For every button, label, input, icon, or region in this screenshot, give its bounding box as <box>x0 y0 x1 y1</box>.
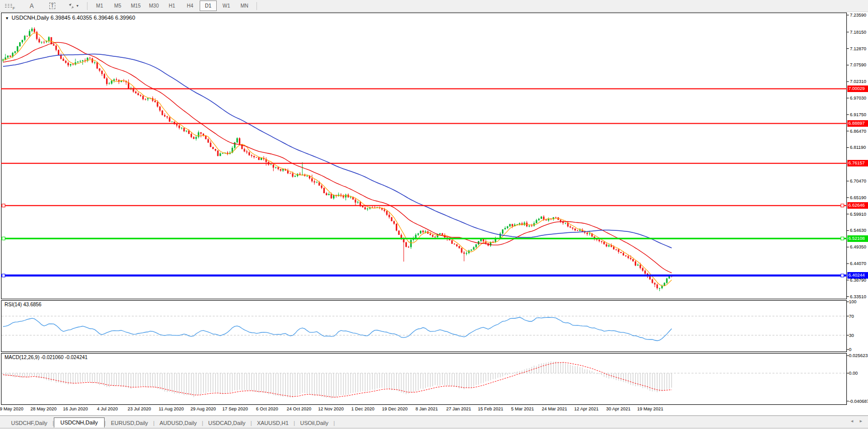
macd-tick-label: -0.040687 <box>849 399 868 404</box>
price-tick-label: 7.12870 <box>850 46 866 51</box>
chart-tab-bar: USDCHF,Daily|USDCNH,Daily|EURUSD,Daily|A… <box>0 415 868 428</box>
chart-title: ▼USDCNH,Daily 6.39845 6.40355 6.39646 6.… <box>5 15 135 21</box>
tab-scroll-left-arrow[interactable]: ◄ <box>850 419 854 423</box>
text-tool-button[interactable]: T <box>44 1 60 11</box>
price-tick-label: 6.70470 <box>850 179 866 184</box>
close-value: 6.39960 <box>115 15 135 21</box>
open-value: 6.39845 <box>51 15 71 21</box>
date-tick-label: 12 Nov 2020 <box>318 406 343 411</box>
price-tick-label: 7.23590 <box>850 13 866 18</box>
toolbar-separator <box>87 2 88 10</box>
rsi-indicator-label: RSI(14) 43.6856 <box>5 302 41 307</box>
timeframe-button-h1[interactable]: H1 <box>163 1 181 11</box>
text-tool-icon: T <box>49 3 55 9</box>
rsi-tick-label: 30 <box>849 333 854 338</box>
date-tick-label: 29 Aug 2020 <box>191 406 216 411</box>
chart-tab-usdchf[interactable]: USDCHF,Daily <box>6 418 52 428</box>
date-tick-label: 24 Oct 2020 <box>287 406 311 411</box>
chart-tab-usdcnh[interactable]: USDCNH,Daily <box>54 417 105 428</box>
timeframe-button-w1[interactable]: W1 <box>218 1 235 11</box>
date-tick-label: 6 Oct 2020 <box>256 406 278 411</box>
rsi-panel[interactable] <box>1 300 847 352</box>
fibonacci-tool-button[interactable]: F <box>2 1 18 11</box>
date-tick-label: 15 Feb 2021 <box>478 406 503 411</box>
timeframe-button-mn[interactable]: MN <box>236 1 253 11</box>
timeframe-button-h4[interactable]: H4 <box>182 1 199 11</box>
price-tick-label: 6.86470 <box>850 129 866 134</box>
level-price-badge: 6.76157 <box>847 160 868 166</box>
price-tick-label: 6.33510 <box>850 294 866 299</box>
tab-scroll-right-arrow[interactable]: ► <box>859 419 863 423</box>
date-tick-label: 4 Jul 2020 <box>97 406 118 411</box>
date-tick-label: 1 Dec 2020 <box>351 406 374 411</box>
macd-panel[interactable] <box>1 353 847 405</box>
chart-tab-usoil[interactable]: USOil,Daily <box>295 418 333 428</box>
level-price-badge: 7.00029 <box>847 85 868 92</box>
price-tick-label: 6.49350 <box>850 244 866 249</box>
date-tick-label: 11 Aug 2020 <box>159 406 184 411</box>
price-tick-label: 7.07590 <box>850 62 866 67</box>
chart-tab-usdcad[interactable]: USDCAD,Daily <box>203 418 250 428</box>
tab-scroll-arrows: ◄ ► <box>850 419 863 423</box>
low-value: 6.39646 <box>94 15 114 21</box>
arrows-icon <box>68 3 75 9</box>
level-price-badge: 6.62646 <box>847 202 868 209</box>
date-tick-label: 28 May 2020 <box>30 406 56 411</box>
date-tick-label: 12 Apr 2021 <box>574 406 599 411</box>
price-chart-panel[interactable] <box>1 13 847 299</box>
date-tick-label: 8 Jan 2021 <box>415 406 438 411</box>
chart-tab-audusd[interactable]: AUDUSD,Daily <box>154 418 202 428</box>
high-value: 6.40355 <box>72 15 92 21</box>
macd-tick-label: 0.00 <box>849 371 858 376</box>
level-price-badge: 6.88897 <box>847 120 868 127</box>
date-tick-label: 27 Jan 2021 <box>446 406 471 411</box>
chart-tab-xauusd[interactable]: XAUUSD,H1 <box>252 418 294 428</box>
price-tick-label: 6.54630 <box>850 228 866 233</box>
collapse-icon: ▼ <box>5 16 9 21</box>
label-tool-button[interactable]: A <box>24 1 40 11</box>
date-tick-label: 30 Apr 2021 <box>606 406 631 411</box>
price-tick-label: 6.81190 <box>850 145 866 150</box>
macd-indicator-label: MACD(12,26,9) -0.021060 -0.024241 <box>5 355 88 360</box>
price-tick-label: 7.18150 <box>850 30 866 35</box>
price-tick-label: 6.91750 <box>850 112 866 117</box>
price-tick-label: 6.97030 <box>850 96 866 101</box>
macd-tick-label: 0.025623 <box>849 353 868 358</box>
timeframe-button-m5[interactable]: M5 <box>109 1 126 11</box>
date-tick-label: 23 Jul 2020 <box>128 406 151 411</box>
toolbar-separator <box>256 2 257 10</box>
chart-tab-eurusd[interactable]: EURUSD,Daily <box>106 418 153 428</box>
rsi-tick-label: 70 <box>849 314 854 319</box>
price-tick-label: 6.65190 <box>850 195 866 200</box>
mt4-window: F A T ▾ M1M5M15M30H1H4D1W1MN ▼USDCNH,Dai… <box>0 0 868 429</box>
date-tick-label: 17 Sep 2020 <box>222 406 248 411</box>
date-tick-label: 5 Mar 2021 <box>511 406 534 411</box>
timeframe-button-m15[interactable]: M15 <box>127 1 144 11</box>
arrows-tool-button[interactable]: ▾ <box>65 1 81 11</box>
timeframe-button-m30[interactable]: M30 <box>145 1 162 11</box>
level-price-badge: 6.52108 <box>847 235 868 242</box>
label-tool-icon: A <box>30 3 34 10</box>
fibonacci-icon <box>5 4 12 8</box>
dropdown-caret-icon: ▾ <box>76 4 78 8</box>
timeframe-button-d1[interactable]: D1 <box>200 1 217 11</box>
date-tick-label: 16 Jun 2020 <box>63 406 88 411</box>
fibonacci-icon-letter: F <box>13 6 15 11</box>
toolbar: F A T ▾ M1M5M15M30H1H4D1W1MN <box>0 0 868 12</box>
timeframe-button-m1[interactable]: M1 <box>91 1 108 11</box>
tab-separator: | <box>333 420 335 428</box>
rsi-tick-label: 100 <box>849 299 856 304</box>
timeframe-buttons: M1M5M15M30H1H4D1W1MN <box>91 1 253 11</box>
date-tick-label: 24 Mar 2021 <box>542 406 567 411</box>
date-tick-label: 19 Dec 2020 <box>382 406 407 411</box>
rsi-tick-label: 0 <box>849 347 851 352</box>
symbol-period-label: USDCNH,Daily <box>12 15 49 21</box>
date-tick-label: 19 May 2021 <box>637 406 663 411</box>
price-tick-label: 7.02310 <box>850 79 866 84</box>
level-price-badge: 6.40244 <box>847 272 868 279</box>
price-tick-label: 6.59910 <box>850 212 866 217</box>
date-tick-label: 9 May 2020 <box>0 406 24 411</box>
price-tick-label: 6.44070 <box>850 261 866 266</box>
